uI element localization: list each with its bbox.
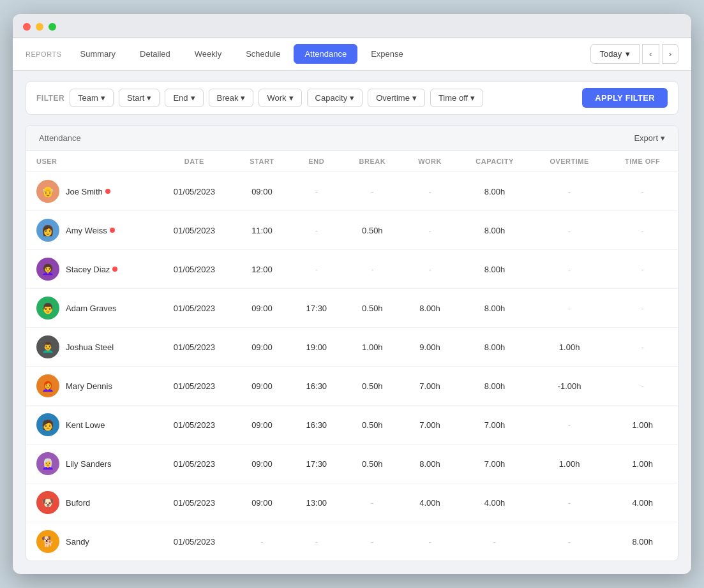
cell-end: 17:30 [290,289,343,328]
cell-date: 01/05/2023 [155,211,234,250]
cell-user: 👩‍🦳 Lily Sanders [26,445,155,483]
cell-break: - [343,483,402,522]
cell-capacity: - [458,522,532,561]
cell-start: 09:00 [234,483,290,522]
cell-overtime: - [532,289,607,328]
attendance-table-section: Attendance Export ▾ USER DATE START END … [26,125,678,561]
status-dot [110,228,115,233]
cell-end: - [290,172,343,211]
minimize-dot[interactable] [36,23,43,31]
export-button[interactable]: Export ▾ [634,133,665,143]
cell-work: 7.00h [402,406,458,445]
filter-work[interactable]: Work ▾ [258,89,301,107]
filter-capacity[interactable]: Capacity ▾ [307,89,363,107]
cell-time-off: 1.00h [607,406,678,445]
cell-overtime: 1.00h [532,445,607,483]
cell-break: 0.50h [343,406,402,445]
cell-user: 👩‍🦰 Mary Dennis [26,367,155,406]
chevron-down-icon: ▾ [191,93,195,103]
cell-overtime: -1.00h [532,367,607,406]
date-navigation: Today ▾ ‹ › [590,44,678,64]
cell-end: 16:30 [290,367,343,406]
cell-time-off: - [607,250,678,289]
cell-end: 17:30 [290,445,343,483]
prev-button[interactable]: ‹ [642,44,659,64]
cell-date: 01/05/2023 [155,250,234,289]
chevron-down-icon: ▾ [412,93,417,103]
cell-break: - [343,250,402,289]
cell-start: 09:00 [234,328,290,367]
reports-label: REPORTS [26,50,61,58]
col-date: DATE [155,151,234,172]
table-row: 🧑 Kent Lowe 01/05/2023 09:00 16:30 0.50h… [26,406,678,445]
cell-break: 0.50h [343,445,402,483]
cell-date: 01/05/2023 [155,406,234,445]
cell-overtime: - [532,250,607,289]
filter-team[interactable]: Team ▾ [70,89,114,107]
tab-expense[interactable]: Expense [360,44,414,64]
cell-user: 👨‍🦱 Joshua Steel [26,328,155,367]
cell-overtime: - [532,522,607,561]
cell-end: - [290,250,343,289]
filter-end[interactable]: End ▾ [165,89,203,107]
cell-time-off: - [607,211,678,250]
cell-break: 0.50h [343,367,402,406]
filter-overtime[interactable]: Overtime ▾ [368,89,425,107]
cell-start: 09:00 [234,406,290,445]
cell-user: 🐶 Buford [26,483,155,522]
cell-time-off: 8.00h [607,522,678,561]
table-row: 🐕 Sandy 01/05/2023 - - - - - - 8.00h [26,522,678,561]
cell-user: 👩‍🦱 Stacey Diaz [26,250,155,289]
cell-break: - [343,522,402,561]
user-cell: 👨 Adam Graves [36,297,145,320]
cell-capacity: 8.00h [458,172,532,211]
filter-label: FILTER [36,94,64,103]
cell-time-off: - [607,289,678,328]
cell-end: - [290,522,343,561]
cell-date: 01/05/2023 [155,328,234,367]
cell-overtime: - [532,211,607,250]
attendance-section-label: Attendance [39,133,81,143]
chevron-down-icon: ▾ [101,93,105,103]
cell-start: 12:00 [234,250,290,289]
user-name: Joe Smith [66,187,110,196]
col-capacity: CAPACITY [458,151,532,172]
cell-break: 1.00h [343,328,402,367]
user-cell: 👩‍🦱 Stacey Diaz [36,258,145,281]
filter-break[interactable]: Break ▾ [209,89,254,107]
cell-work: 9.00h [402,328,458,367]
filter-bar: FILTER Team ▾ Start ▾ End ▾ Break ▾ Work… [26,81,678,115]
cell-user: 👴 Joe Smith [26,172,155,211]
tab-schedule[interactable]: Schedule [235,44,291,64]
maximize-dot[interactable] [49,23,56,31]
tab-attendance[interactable]: Attendance [294,44,357,64]
avatar: 👩‍🦰 [36,374,59,397]
chevron-down-icon: ▾ [350,93,354,103]
chevron-down-icon: ▾ [241,93,245,103]
cell-capacity: 8.00h [458,289,532,328]
user-name: Mary Dennis [66,381,112,391]
cell-capacity: 4.00h [458,483,532,522]
user-name: Adam Graves [66,304,116,313]
close-dot[interactable] [23,23,31,31]
filter-start[interactable]: Start ▾ [119,89,160,107]
filter-team-label: Team [78,93,98,103]
cell-user: 👩 Amy Weiss [26,211,155,250]
today-button[interactable]: Today ▾ [590,44,640,64]
apply-filter-button[interactable]: APPLY FILTER [582,88,668,108]
filter-work-label: Work [267,93,286,103]
table-body: 👴 Joe Smith 01/05/2023 09:00 - - - 8.00h… [26,172,678,561]
user-name: Lily Sanders [66,459,112,469]
cell-work: - [402,250,458,289]
cell-break: 0.50h [343,211,402,250]
avatar: 🐕 [36,530,59,553]
tab-weekly[interactable]: Weekly [184,44,232,64]
tab-summary[interactable]: Summary [69,44,126,64]
cell-overtime: 1.00h [532,328,607,367]
filter-time-off[interactable]: Time off ▾ [430,89,483,107]
cell-time-off: - [607,172,678,211]
user-cell: 👩‍🦰 Mary Dennis [36,374,145,397]
col-end: END [290,151,343,172]
next-button[interactable]: › [662,44,678,64]
tab-detailed[interactable]: Detailed [129,44,181,64]
